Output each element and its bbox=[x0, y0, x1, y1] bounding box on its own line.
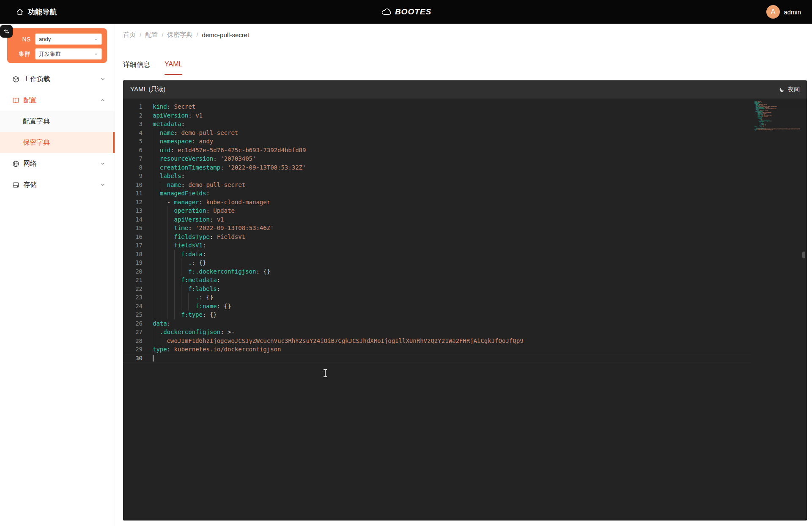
sidebar-subitem-label: 配置字典 bbox=[23, 117, 50, 126]
tab-yaml[interactable]: YAML bbox=[165, 60, 182, 75]
breadcrumb: 首页/配置/保密字典/demo-pull-secret bbox=[123, 31, 249, 39]
line-number: 14 bbox=[123, 215, 143, 224]
text-cursor bbox=[153, 355, 154, 362]
code-area[interactable]: 1kind: Secret2apiVersion: v13metadata:4 … bbox=[123, 99, 807, 521]
line-number: 25 bbox=[123, 310, 143, 319]
chevron-down-icon bbox=[94, 37, 98, 41]
topbar: 功能导航 BOOTES A admin bbox=[0, 0, 812, 24]
breadcrumb-item[interactable]: 保密字典 bbox=[167, 31, 192, 39]
line-number: 26 bbox=[123, 319, 143, 328]
breadcrumb-separator: / bbox=[196, 31, 198, 38]
code-line: 19 .: {} bbox=[123, 258, 751, 267]
code-line: 1kind: Secret bbox=[123, 102, 751, 111]
sidebar-item-label: 工作负载 bbox=[23, 75, 100, 84]
scrollbar-mark[interactable] bbox=[802, 252, 805, 258]
line-number: 24 bbox=[123, 302, 143, 311]
line-number: 3 bbox=[123, 120, 143, 129]
namespace-select[interactable]: andy bbox=[35, 33, 102, 45]
cluster-select[interactable]: 开发集群 bbox=[35, 48, 102, 60]
code-line: 18 f:data: bbox=[123, 250, 751, 259]
code-line: 22 f:labels: bbox=[123, 285, 751, 293]
network-icon bbox=[12, 160, 19, 167]
chevron-down-icon bbox=[100, 77, 105, 82]
line-number: 4 bbox=[123, 129, 143, 137]
brand-logo-text: BOOTES bbox=[395, 7, 431, 16]
chevron-down-icon bbox=[100, 161, 105, 166]
code-line: 29type: kubernetes.io/dockerconfigjson bbox=[123, 345, 751, 354]
user-area: A admin bbox=[766, 5, 812, 19]
code-line: 24 f:name: {} bbox=[123, 302, 751, 311]
breadcrumb-separator: / bbox=[140, 31, 141, 38]
main-content: 首页/配置/保密字典/demo-pull-secret 详细信息YAML YAM… bbox=[115, 24, 812, 526]
config-icon bbox=[12, 97, 19, 104]
line-number: 1 bbox=[123, 102, 143, 111]
code-line: 17 fieldsV1: bbox=[123, 241, 751, 250]
line-number: 19 bbox=[123, 258, 143, 267]
sidebar-item-label: 配置 bbox=[23, 96, 100, 105]
sidebar-subitem-label: 保密字典 bbox=[23, 138, 50, 147]
line-number: 8 bbox=[123, 163, 143, 172]
nav-home[interactable]: 功能导航 bbox=[0, 7, 57, 17]
line-number: 29 bbox=[123, 345, 143, 354]
code-line: 20 f:.dockerconfigjson: {} bbox=[123, 267, 751, 276]
sidebar-item-config[interactable]: 配置 bbox=[0, 90, 115, 111]
sidebar-item-network[interactable]: 网络 bbox=[0, 153, 115, 174]
sidebar: NS andy 集群 开发集群 工作负载配置配置字典保密字典网络存储 bbox=[0, 24, 115, 526]
code-line: 10 name: demo-pull-secret bbox=[123, 181, 751, 189]
line-number: 5 bbox=[123, 137, 143, 146]
sidebar-collapse-button[interactable] bbox=[0, 25, 13, 38]
username: admin bbox=[784, 8, 801, 16]
mouse-cursor-ibeam bbox=[325, 370, 326, 377]
code-line: 30 bbox=[123, 354, 751, 363]
sidebar-item-workloads[interactable]: 工作负载 bbox=[0, 68, 115, 90]
nav-title: 功能导航 bbox=[28, 7, 57, 17]
code-line: 16 fieldsType: FieldsV1 bbox=[123, 233, 751, 241]
sidebar-subitem-configmap[interactable]: 配置字典 bbox=[0, 111, 115, 132]
code-line: 11 managedFields: bbox=[123, 189, 751, 198]
code-line: 8 creationTimestamp: '2022-09-13T08:53:3… bbox=[123, 163, 751, 172]
code-line: 25 f:type: {} bbox=[123, 310, 751, 319]
line-number: 18 bbox=[123, 250, 143, 259]
chevron-down-icon bbox=[100, 182, 105, 187]
line-number: 23 bbox=[123, 293, 143, 302]
line-number: 27 bbox=[123, 328, 143, 337]
code-line: 26data: bbox=[123, 319, 751, 328]
tab-详细信息[interactable]: 详细信息 bbox=[123, 60, 150, 75]
breadcrumb-item: demo-pull-secret bbox=[202, 31, 250, 38]
breadcrumb-separator: / bbox=[162, 31, 163, 38]
sidebar-item-label: 存储 bbox=[23, 181, 100, 189]
line-number: 21 bbox=[123, 276, 143, 285]
line-number: 11 bbox=[123, 189, 143, 198]
line-number: 12 bbox=[123, 198, 143, 207]
line-number: 16 bbox=[123, 233, 143, 241]
line-number: 6 bbox=[123, 146, 143, 155]
home-icon bbox=[16, 8, 24, 16]
code-line: 5 namespace: andy bbox=[123, 137, 751, 146]
line-number: 2 bbox=[123, 111, 143, 120]
code-editor[interactable]: 1kind: Secret2apiVersion: v13metadata:4 … bbox=[123, 99, 751, 362]
code-line: 27 .dockerconfigjson: >- bbox=[123, 328, 751, 337]
code-line: 4 name: demo-pull-secret bbox=[123, 129, 751, 137]
sidebar-subitem-secret[interactable]: 保密字典 bbox=[0, 132, 115, 153]
code-line: 6 uid: ec1d457e-5d76-475c-b693-7392d4bbf… bbox=[123, 146, 751, 155]
avatar[interactable]: A bbox=[766, 5, 780, 19]
line-number: 22 bbox=[123, 285, 143, 293]
breadcrumb-item[interactable]: 配置 bbox=[145, 31, 158, 39]
namespace-select-value: andy bbox=[39, 36, 51, 42]
line-number: 20 bbox=[123, 267, 143, 276]
line-number: 7 bbox=[123, 154, 143, 163]
code-line: 21 f:metadata: bbox=[123, 276, 751, 285]
minimap[interactable]: kind: Secret apiVersion: v1 metadata: na… bbox=[754, 101, 800, 137]
theme-toggle-button[interactable]: 夜间 bbox=[779, 86, 800, 93]
code-line: 12 - manager: kube-cloud-manager bbox=[123, 198, 751, 207]
line-number: 30 bbox=[123, 354, 143, 363]
workload-icon bbox=[12, 76, 19, 83]
line-number: 17 bbox=[123, 241, 143, 250]
tab-bar: 详细信息YAML bbox=[123, 60, 182, 75]
line-number: 13 bbox=[123, 206, 143, 215]
line-number: 15 bbox=[123, 224, 143, 233]
namespace-panel: NS andy 集群 开发集群 bbox=[7, 28, 107, 63]
sidebar-item-label: 网络 bbox=[23, 159, 100, 168]
sidebar-item-storage[interactable]: 存储 bbox=[0, 174, 115, 195]
breadcrumb-item[interactable]: 首页 bbox=[123, 31, 136, 39]
